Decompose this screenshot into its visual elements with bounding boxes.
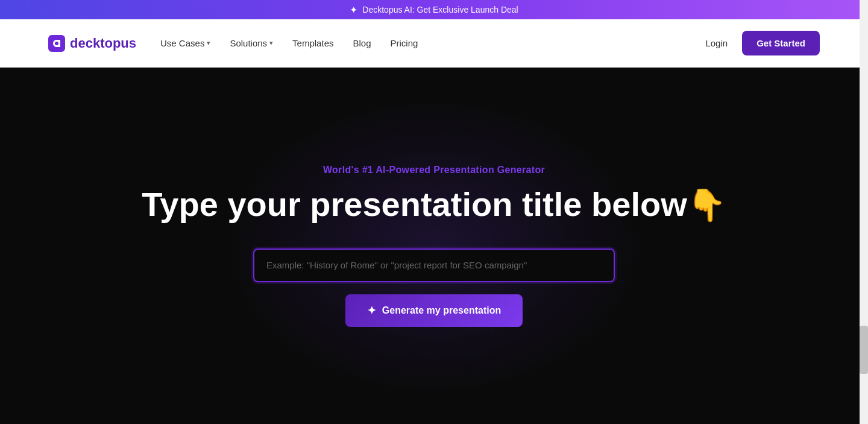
hero-title-emoji: 👇	[687, 188, 726, 223]
nav-templates-label: Templates	[292, 38, 333, 48]
banner-text: Decktopus AI: Get Exclusive Launch Deal	[362, 5, 518, 14]
banner-star-icon: ✦	[350, 4, 357, 16]
hero-section: World's #1 AI-Powered Presentation Gener…	[0, 68, 868, 424]
nav-item-blog[interactable]: Blog	[353, 38, 371, 48]
hero-subtitle: World's #1 AI-Powered Presentation Gener…	[323, 165, 545, 176]
nav-item-templates[interactable]: Templates	[292, 38, 333, 48]
presentation-title-input[interactable]	[253, 248, 615, 282]
hero-title: Type your presentation title below👇	[142, 185, 726, 224]
nav-left: decktopus Use Cases ▾ Solutions ▾ Templa…	[48, 35, 418, 52]
hero-input-container	[253, 248, 615, 282]
login-link[interactable]: Login	[705, 38, 728, 48]
logo[interactable]: decktopus	[48, 35, 136, 52]
navbar: decktopus Use Cases ▾ Solutions ▾ Templa…	[0, 19, 868, 68]
nav-item-pricing[interactable]: Pricing	[391, 38, 418, 48]
sparkle-icon: ✦	[367, 304, 376, 317]
nav-links: Use Cases ▾ Solutions ▾ Templates Blog	[160, 38, 418, 48]
nav-item-use-cases[interactable]: Use Cases ▾	[160, 38, 210, 48]
logo-icon	[48, 35, 65, 52]
nav-pricing-label: Pricing	[391, 38, 418, 48]
svg-point-1	[55, 42, 58, 45]
nav-use-cases-label: Use Cases	[160, 38, 204, 48]
top-banner: ✦ Decktopus AI: Get Exclusive Launch Dea…	[0, 0, 868, 19]
generate-presentation-button[interactable]: ✦ Generate my presentation	[345, 294, 523, 327]
generate-button-label: Generate my presentation	[382, 305, 501, 316]
chevron-down-icon: ▾	[207, 39, 210, 47]
nav-item-solutions[interactable]: Solutions ▾	[230, 38, 273, 48]
nav-right: Login Get Started	[705, 31, 820, 55]
nav-blog-label: Blog	[353, 38, 371, 48]
hero-title-text: Type your presentation title below	[142, 185, 687, 223]
get-started-button[interactable]: Get Started	[742, 31, 820, 55]
logo-text: decktopus	[70, 36, 136, 51]
chevron-down-icon: ▾	[269, 39, 273, 47]
nav-solutions-label: Solutions	[230, 38, 267, 48]
scrollbar-track	[860, 0, 868, 424]
scrollbar-thumb[interactable]	[860, 326, 868, 374]
